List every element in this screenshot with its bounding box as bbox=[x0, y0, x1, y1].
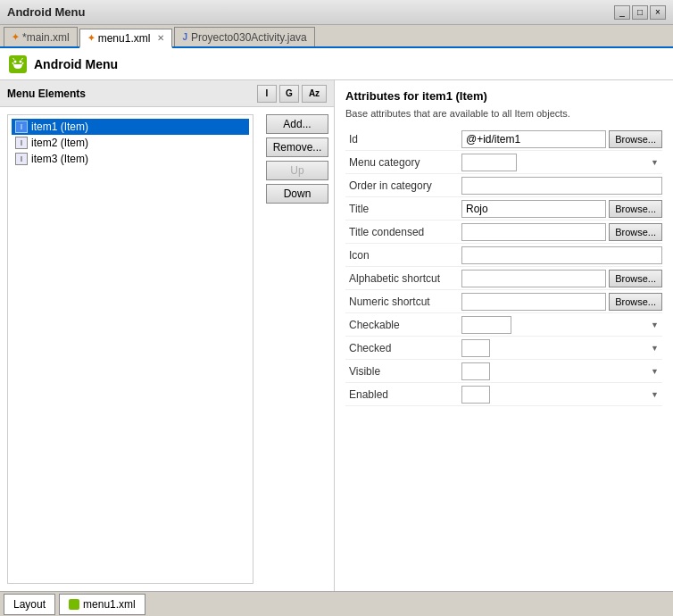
attr-input-order-in-category[interactable] bbox=[461, 177, 662, 195]
attr-select-checked[interactable]: true false bbox=[461, 339, 490, 357]
item2-icon: I bbox=[15, 137, 28, 149]
attr-row-menu-category: Menu category container system secondary… bbox=[345, 151, 662, 174]
up-button[interactable]: Up bbox=[266, 161, 328, 180]
svg-line-5 bbox=[21, 58, 23, 60]
status-tab-menu1-xml[interactable]: menu1.xml bbox=[59, 594, 145, 615]
tree-item-item1-label: item1 (Item) bbox=[31, 121, 88, 133]
tree-item-item2-label: item2 (Item) bbox=[31, 137, 88, 149]
android-header: Android Menu bbox=[0, 48, 673, 80]
attr-select-wrap-enabled: true false bbox=[461, 386, 662, 404]
menu1-xml-tab-close[interactable]: ✕ bbox=[157, 33, 164, 43]
attributes-title: Attributes for item1 (Item) bbox=[345, 89, 662, 103]
status-xml-icon bbox=[69, 599, 79, 610]
item1-icon: I bbox=[15, 121, 28, 133]
attr-label-numeric-shortcut: Numeric shortcut bbox=[345, 293, 461, 311]
attr-value-checked: true false bbox=[461, 339, 662, 357]
item3-icon: I bbox=[15, 153, 28, 165]
tree-item-item1[interactable]: I item1 (Item) bbox=[12, 119, 249, 135]
attr-row-title: Title Browse... bbox=[345, 197, 662, 221]
attr-select-checkable[interactable]: none all exclusive bbox=[461, 316, 511, 334]
title-bar: Android Menu _ □ × bbox=[0, 0, 673, 25]
svg-line-3 bbox=[22, 62, 23, 64]
attr-input-alphabetic-shortcut[interactable] bbox=[461, 270, 606, 287]
tab-main-xml[interactable]: ✦ *main.xml bbox=[4, 27, 78, 46]
attr-row-order-in-category: Order in category bbox=[345, 174, 662, 197]
android-icon bbox=[9, 55, 27, 73]
attr-value-title-condensed: Browse... bbox=[461, 223, 662, 241]
attr-value-numeric-shortcut: Browse... bbox=[461, 293, 662, 311]
panel-icon-G[interactable]: G bbox=[279, 85, 299, 103]
attr-row-checked: Checked true false bbox=[345, 337, 662, 360]
tab-bar: ✦ *main.xml ✦ menu1.xml ✕ J Proyecto030A… bbox=[0, 25, 673, 48]
attr-value-checkable: none all exclusive bbox=[461, 316, 662, 334]
attr-input-id[interactable] bbox=[461, 130, 606, 148]
attr-input-icon[interactable] bbox=[461, 246, 662, 264]
attr-browse-numeric-shortcut[interactable]: Browse... bbox=[609, 293, 662, 311]
tab-proyecto030[interactable]: J Proyecto030Activity.java bbox=[174, 27, 314, 46]
add-button[interactable]: Add... bbox=[266, 114, 328, 134]
remove-button[interactable]: Remove... bbox=[266, 137, 328, 157]
attr-select-wrap-checkable: none all exclusive bbox=[461, 316, 662, 334]
attr-label-alphabetic-shortcut: Alphabetic shortcut bbox=[345, 270, 461, 287]
attr-value-title: Browse... bbox=[461, 200, 662, 218]
tree-item-item3-label: item3 (Item) bbox=[31, 153, 88, 165]
attr-value-alphabetic-shortcut: Browse... bbox=[461, 270, 662, 287]
buttons-col: Add... Remove... Up Down bbox=[261, 107, 334, 591]
attr-value-visible: true false bbox=[461, 362, 662, 380]
attr-select-visible[interactable]: true false bbox=[461, 362, 490, 380]
attr-browse-id[interactable]: Browse... bbox=[609, 130, 662, 148]
attr-value-menu-category: container system secondary alternative bbox=[461, 154, 662, 171]
attr-value-order-in-category bbox=[461, 177, 662, 195]
title-bar-title: Android Menu bbox=[7, 5, 85, 19]
attr-select-wrap-checked: true false bbox=[461, 339, 662, 357]
down-button[interactable]: Down bbox=[266, 184, 328, 204]
svg-point-1 bbox=[20, 60, 22, 62]
tab-menu1-xml[interactable]: ✦ menu1.xml ✕ bbox=[79, 29, 173, 48]
svg-point-0 bbox=[14, 60, 17, 62]
attr-select-menu-category[interactable]: container system secondary alternative bbox=[461, 154, 517, 171]
attr-label-icon: Icon bbox=[345, 246, 461, 264]
android-header-title: Android Menu bbox=[34, 57, 118, 71]
attributes-table: Id Browse... Menu category container bbox=[345, 128, 662, 406]
panel-header: Menu Elements I G Az bbox=[0, 80, 334, 107]
attr-select-enabled[interactable]: true false bbox=[461, 386, 490, 404]
panel-icon-I[interactable]: I bbox=[257, 85, 277, 103]
attr-row-visible: Visible true false bbox=[345, 360, 662, 383]
menu-elements-title: Menu Elements bbox=[7, 87, 86, 100]
close-button[interactable]: × bbox=[650, 5, 666, 20]
attr-label-menu-category: Menu category bbox=[345, 154, 461, 171]
attributes-subtitle: Base attributes that are available to al… bbox=[345, 108, 662, 119]
minimize-button[interactable]: _ bbox=[614, 5, 630, 20]
title-bar-left: Android Menu bbox=[7, 5, 85, 19]
attr-browse-title-condensed[interactable]: Browse... bbox=[609, 223, 662, 241]
attr-value-enabled: true false bbox=[461, 386, 662, 404]
panel-icon-Az[interactable]: Az bbox=[302, 85, 327, 103]
svg-line-4 bbox=[13, 58, 15, 60]
maximize-button[interactable]: □ bbox=[632, 5, 648, 20]
left-panel: Menu Elements I G Az I item1 (Item) bbox=[0, 80, 335, 591]
proyecto-tab-label: Proyecto030Activity.java bbox=[191, 31, 307, 44]
status-bar: Layout menu1.xml bbox=[0, 591, 673, 616]
tree-area: I item1 (Item) I item2 (Item) I item3 (I… bbox=[7, 114, 253, 584]
status-tab-layout[interactable]: Layout bbox=[4, 594, 55, 615]
attr-browse-title[interactable]: Browse... bbox=[609, 200, 662, 218]
svg-line-2 bbox=[12, 62, 13, 64]
attr-input-title-condensed[interactable] bbox=[461, 223, 606, 241]
body-split: Menu Elements I G Az I item1 (Item) bbox=[0, 80, 673, 591]
attr-row-numeric-shortcut: Numeric shortcut Browse... bbox=[345, 290, 662, 313]
attr-label-title: Title bbox=[345, 200, 461, 218]
attr-browse-alphabetic-shortcut[interactable]: Browse... bbox=[609, 270, 662, 287]
attr-label-enabled: Enabled bbox=[345, 386, 461, 404]
attr-label-visible: Visible bbox=[345, 362, 461, 380]
window-controls[interactable]: _ □ × bbox=[614, 5, 666, 20]
tree-item-item2[interactable]: I item2 (Item) bbox=[12, 135, 249, 151]
layout-tab-label: Layout bbox=[13, 598, 46, 611]
attr-label-title-condensed: Title condensed bbox=[345, 223, 461, 241]
menu1-xml-tab-icon: ✦ bbox=[87, 33, 95, 43]
attr-input-title[interactable] bbox=[461, 200, 606, 218]
tree-item-item3[interactable]: I item3 (Item) bbox=[12, 151, 249, 167]
attr-row-title-condensed: Title condensed Browse... bbox=[345, 221, 662, 244]
attr-row-id: Id Browse... bbox=[345, 128, 662, 151]
attr-input-numeric-shortcut[interactable] bbox=[461, 293, 606, 311]
main-content: Android Menu Menu Elements I G Az I bbox=[0, 48, 673, 591]
